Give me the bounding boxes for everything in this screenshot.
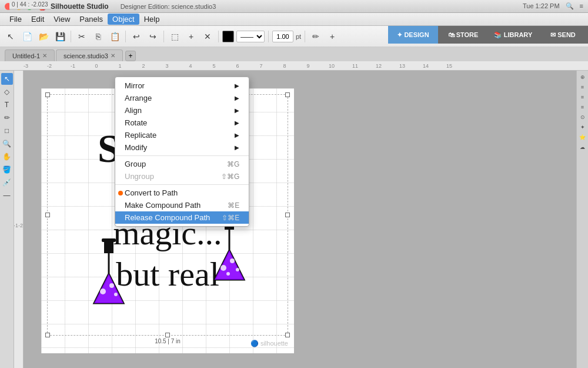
- make-compound-label: Make Compound Path: [125, 201, 201, 210]
- tool-draw-btn[interactable]: ✏: [1, 112, 13, 124]
- design-icon: ✦: [397, 31, 402, 39]
- tool-plus-small[interactable]: +: [325, 29, 339, 44]
- send-label: SEND: [557, 31, 576, 38]
- new-tab-button[interactable]: +: [125, 51, 136, 61]
- dropdown-menu-panel: Mirror ▶ Arrange ▶ Align ▶ Rotate: [115, 77, 249, 227]
- menu-item-make-compound[interactable]: Make Compound Path ⌘E: [115, 199, 249, 211]
- menu-panels[interactable]: Panels: [75, 14, 108, 25]
- top-right-bar: ✦ DESIGN 🛍 STORE 📚 LIBRARY ✉ SEND: [388, 26, 588, 44]
- sep1: [71, 31, 71, 42]
- tool-shape-btn[interactable]: □: [1, 125, 13, 137]
- right-tool-3[interactable]: ≡: [579, 93, 587, 101]
- canvas-area[interactable]: Science: like magic... but real: [24, 71, 576, 368]
- design-tab[interactable]: ✦ DESIGN: [388, 26, 438, 44]
- svg-point-8: [100, 289, 106, 294]
- modify-arrow: ▶: [235, 144, 239, 151]
- tab-untitled-label: Untitled-1: [12, 52, 40, 59]
- sep6: [305, 31, 305, 42]
- menu-help[interactable]: Help: [139, 14, 165, 25]
- sep-1: [115, 155, 249, 156]
- tool-arrow[interactable]: ↖: [4, 29, 18, 44]
- tool-paste[interactable]: 📋: [108, 29, 122, 44]
- mirror-label: Mirror: [125, 81, 145, 90]
- svg-point-9: [109, 283, 114, 288]
- title-bar: 🍎 Silhouette Studio Designer Edition: sc…: [0, 0, 588, 13]
- tool-measure-btn[interactable]: —: [1, 190, 13, 201]
- tab-science-label: science.studio3: [64, 52, 108, 59]
- tool-eyedropper-btn[interactable]: 💉: [1, 177, 13, 188]
- tool-fill-btn[interactable]: 🪣: [1, 164, 13, 175]
- ruler-horizontal: 0 | 44 : -2.023 -3 -2 -1 0 1 2 3 4 5 6 7…: [0, 61, 588, 71]
- menu-item-modify[interactable]: Modify ▶: [115, 141, 249, 154]
- tool-new[interactable]: 📄: [20, 29, 34, 44]
- tab-science-close[interactable]: ✕: [111, 52, 115, 59]
- tool-redo[interactable]: ↪: [146, 29, 160, 44]
- menu-item-group[interactable]: Group ⌘G: [115, 158, 249, 170]
- sep4: [218, 31, 219, 42]
- unit-label: pt: [296, 33, 301, 40]
- tool-x[interactable]: ✕: [201, 29, 215, 44]
- menu-icon[interactable]: ≡: [580, 2, 583, 10]
- fill-color[interactable]: [222, 31, 234, 42]
- tool-copy[interactable]: ⎘: [91, 29, 105, 44]
- tool-open[interactable]: 📂: [36, 29, 51, 44]
- convert-to-path-label: Convert to Path: [125, 188, 178, 197]
- group-label: Group: [125, 160, 146, 168]
- mirror-arrow: ▶: [235, 82, 239, 89]
- app-name: Silhouette Studio: [51, 2, 109, 11]
- sep3: [163, 31, 164, 42]
- tool-select[interactable]: ⬚: [168, 29, 182, 44]
- menu-item-arrange[interactable]: Arrange ▶: [115, 92, 249, 104]
- library-tab[interactable]: 📚 LIBRARY: [488, 26, 538, 44]
- right-tool-8[interactable]: ☁: [579, 143, 587, 151]
- menu-object[interactable]: Object: [108, 14, 139, 25]
- stroke-select[interactable]: ——: [236, 31, 265, 42]
- menu-item-convert-to-path[interactable]: Convert to Path: [115, 187, 249, 199]
- tab-untitled[interactable]: Untitled-1 ✕: [5, 49, 55, 61]
- send-tab[interactable]: ✉ SEND: [538, 26, 588, 44]
- svg-rect-7: [102, 238, 116, 242]
- right-tool-7[interactable]: ⭐: [579, 133, 587, 141]
- tool-pan-btn[interactable]: ✋: [1, 151, 13, 163]
- menu-item-release-compound[interactable]: Release Compound Path ⇧⌘E: [115, 211, 249, 224]
- search-icon[interactable]: 🔍: [566, 2, 574, 10]
- tab-untitled-close[interactable]: ✕: [42, 52, 47, 59]
- tab-science[interactable]: science.studio3 ✕: [56, 49, 123, 61]
- right-tool-6[interactable]: ✦: [579, 123, 587, 131]
- ungroup-shortcut: ⇧⌘G: [209, 173, 239, 181]
- arrange-label: Arrange: [125, 94, 152, 102]
- menu-edit[interactable]: Edit: [26, 14, 49, 25]
- make-compound-shortcut: ⌘E: [216, 201, 239, 210]
- tool-select-btn[interactable]: ↖: [1, 73, 13, 85]
- svg-point-17: [236, 268, 239, 271]
- replicate-label: Replicate: [125, 131, 156, 140]
- menu-item-align[interactable]: Align ▶: [115, 104, 249, 117]
- rotate-label: Rotate: [125, 118, 147, 127]
- right-tool-1[interactable]: ⊕: [579, 73, 587, 81]
- release-compound-label: Release Compound Path: [125, 213, 210, 222]
- size-label: 10.5 | 7 in: [155, 338, 181, 344]
- right-tool-2[interactable]: ≡: [579, 83, 587, 91]
- right-tool-5[interactable]: ⊙: [579, 113, 587, 121]
- svg-text:but real: but real: [116, 255, 219, 293]
- right-tool-4[interactable]: ≡: [579, 103, 587, 111]
- tool-zoom-btn[interactable]: 🔍: [1, 138, 13, 150]
- menu-view[interactable]: View: [49, 14, 75, 25]
- menu-file[interactable]: File: [5, 14, 26, 25]
- stroke-width-input[interactable]: [272, 31, 293, 42]
- tool-save[interactable]: 💾: [53, 29, 67, 44]
- menu-item-ungroup: Ungroup ⇧⌘G: [115, 170, 249, 183]
- tool-node-btn[interactable]: ◇: [1, 86, 13, 98]
- menu-item-mirror[interactable]: Mirror ▶: [115, 79, 249, 92]
- tool-cut[interactable]: ✂: [75, 29, 89, 44]
- menu-bar: File Edit View Panels Object Help: [0, 13, 588, 26]
- tool-text-btn[interactable]: T: [1, 99, 13, 111]
- tool-group[interactable]: +: [184, 29, 198, 44]
- tool-undo[interactable]: ↩: [129, 29, 143, 44]
- ruler-marks: -3 -2 -1 0 1 2 3 4 5 6 7 8 9 10 11 12 13…: [14, 63, 588, 69]
- tool-pencil[interactable]: ✏: [309, 29, 323, 44]
- arrange-arrow: ▶: [235, 95, 239, 101]
- store-tab[interactable]: 🛍 STORE: [438, 26, 488, 44]
- menu-item-rotate[interactable]: Rotate ▶: [115, 117, 249, 129]
- menu-item-replicate[interactable]: Replicate ▶: [115, 129, 249, 141]
